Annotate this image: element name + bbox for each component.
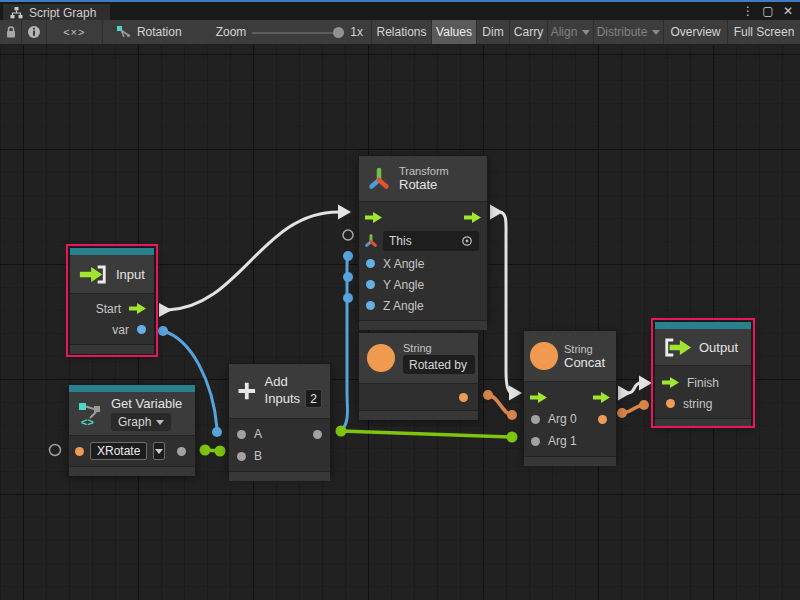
- value-in-port[interactable]: [366, 301, 375, 310]
- zoom-slider-thumb[interactable]: [333, 27, 344, 38]
- this-value: This: [389, 234, 412, 248]
- toolbar: <×> Rotation Zoom 1x Relations Values Di…: [0, 20, 800, 45]
- wire-add-to-concat-arg1[interactable]: [336, 426, 518, 443]
- value-in-port[interactable]: [666, 399, 675, 408]
- wire-start-to-rotate[interactable]: [159, 205, 351, 318]
- flow-in-port[interactable]: [365, 212, 382, 223]
- info-icon: [27, 25, 41, 39]
- this-target-field[interactable]: This: [383, 231, 479, 251]
- string-type-icon: [530, 342, 558, 370]
- overview-button[interactable]: Overview: [664, 20, 728, 44]
- value-in-port[interactable]: [531, 437, 540, 446]
- scope-dropdown[interactable]: Graph: [111, 413, 171, 431]
- unconnected-this-port[interactable]: [343, 230, 353, 240]
- node-footer: [359, 410, 478, 420]
- code-view-button[interactable]: <×>: [47, 20, 103, 44]
- output-icon: [663, 337, 693, 358]
- zoom-control: Zoom 1x: [208, 20, 371, 44]
- script-graph-window: Script Graph ⋮ ▢ ✕ <×>: [0, 0, 800, 600]
- maximize-icon[interactable]: ▢: [760, 3, 776, 19]
- node-title: Output: [699, 340, 738, 355]
- lock-button[interactable]: [0, 20, 22, 44]
- node-title: Rotate: [399, 177, 449, 192]
- port-label: X Angle: [383, 257, 424, 271]
- node-output[interactable]: Output Finish string: [654, 321, 752, 425]
- window-controls: ⋮ ▢ ✕: [740, 3, 796, 19]
- wire-getvar-to-add-b[interactable]: [200, 445, 226, 457]
- input-count-badge[interactable]: 2: [305, 389, 322, 408]
- flow-in-port[interactable]: [530, 392, 547, 403]
- dim-button[interactable]: Dim: [477, 20, 510, 44]
- align-button[interactable]: Align: [548, 20, 594, 44]
- port-label: A: [254, 427, 262, 441]
- value-in-port[interactable]: [237, 452, 246, 461]
- value-in-port[interactable]: [366, 280, 375, 289]
- node-get-variable[interactable]: <> Get Variable Graph XRotate: [68, 384, 196, 475]
- flow-out-port[interactable]: [129, 303, 146, 314]
- value-out-port[interactable]: [177, 447, 186, 456]
- close-icon[interactable]: ✕: [780, 3, 796, 19]
- node-string-body: [359, 383, 478, 410]
- values-button[interactable]: Values: [432, 20, 477, 44]
- unconnected-getvar-port[interactable]: [50, 445, 61, 456]
- value-out-port[interactable]: [598, 415, 607, 424]
- node-concat[interactable]: String Concat Arg 0: [523, 330, 617, 460]
- teal-bar: [655, 322, 751, 329]
- node-rotate[interactable]: Transform Rotate: [358, 155, 488, 322]
- node-getvar-header: <> Get Variable Graph: [69, 392, 195, 435]
- value-in-port[interactable]: [531, 415, 540, 424]
- toolbar-buttons: Relations Values Dim Carry Align Distrib…: [371, 20, 800, 44]
- string-value-field[interactable]: Rotated by: [403, 355, 475, 374]
- node-add-inputs[interactable]: Add Inputs 2 A B: [228, 363, 331, 475]
- port-label: Start: [96, 302, 121, 316]
- flow-out-port[interactable]: [593, 392, 610, 403]
- node-string-literal[interactable]: String Rotated by: [358, 332, 479, 419]
- kebab-menu-icon[interactable]: ⋮: [740, 3, 756, 19]
- graph-icon: [10, 7, 23, 19]
- node-title-bottom: Inputs: [265, 391, 300, 406]
- zoom-label: Zoom: [216, 25, 247, 39]
- port-label: var: [112, 323, 129, 337]
- plus-icon: [237, 378, 257, 404]
- fullscreen-button[interactable]: Full Screen: [728, 20, 800, 44]
- port-label: Y Angle: [383, 278, 424, 292]
- port-label: string: [683, 397, 712, 411]
- value-out-port[interactable]: [313, 430, 322, 439]
- target-picker-icon[interactable]: [461, 235, 473, 247]
- info-button[interactable]: [22, 20, 46, 44]
- wire-add-to-angles[interactable]: [341, 251, 353, 431]
- flow-in-port[interactable]: [662, 377, 679, 388]
- variable-name-field[interactable]: XRotate: [90, 442, 147, 460]
- node-footer: [359, 320, 487, 330]
- variable-dropdown-button[interactable]: [153, 442, 165, 460]
- value-out-port[interactable]: [459, 393, 468, 402]
- graph-canvas[interactable]: Input Start var: [0, 45, 800, 600]
- wire-concat-to-output-string[interactable]: [617, 400, 649, 418]
- carry-button[interactable]: Carry: [510, 20, 548, 44]
- node-input-header: Input: [70, 255, 154, 293]
- graph-breadcrumb[interactable]: Rotation: [108, 20, 190, 44]
- node-title: Get Variable: [111, 396, 182, 411]
- port-label: Arg 0: [548, 412, 577, 426]
- wire-concat-to-output[interactable]: [618, 376, 652, 401]
- string-type-icon: [367, 344, 395, 372]
- wire-rotate-to-concat[interactable]: [490, 205, 522, 401]
- value-in-port[interactable]: [75, 447, 84, 456]
- node-footer: [229, 471, 330, 481]
- value-out-port[interactable]: [137, 325, 146, 334]
- value-in-port[interactable]: [237, 430, 246, 439]
- tab-title: Script Graph: [29, 6, 96, 20]
- value-in-port[interactable]: [366, 259, 375, 268]
- variable-icon: <>: [77, 400, 103, 428]
- lock-icon: [5, 26, 17, 39]
- relations-button[interactable]: Relations: [372, 20, 432, 44]
- node-category: String: [564, 343, 605, 355]
- distribute-button[interactable]: Distribute: [594, 20, 664, 44]
- node-input-body: Start var: [70, 293, 154, 344]
- flow-out-port[interactable]: [464, 212, 481, 223]
- node-add-header: Add Inputs 2: [229, 364, 330, 418]
- node-input[interactable]: Input Start var: [69, 247, 155, 354]
- node-title-top: Add: [265, 374, 322, 389]
- scope-value: Graph: [118, 415, 151, 429]
- zoom-slider[interactable]: [252, 20, 344, 45]
